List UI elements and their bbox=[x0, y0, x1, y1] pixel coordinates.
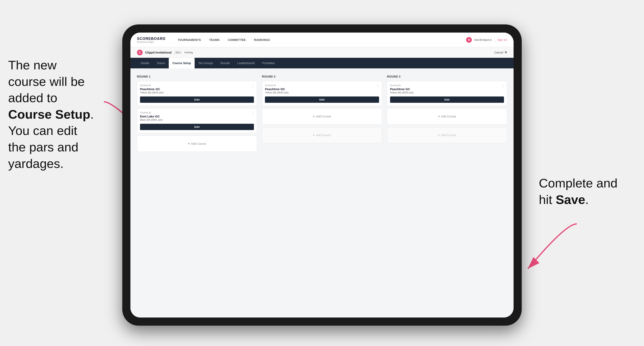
scoreboard-logo: SCOREBOARD Powered by clippd bbox=[137, 37, 166, 43]
tab-course-setup[interactable]: Course Setup bbox=[169, 58, 195, 68]
round-2-add-course-button[interactable]: + Add Course bbox=[262, 108, 382, 125]
logo-title: SCOREBOARD bbox=[137, 37, 166, 41]
nav-right: B blair@clippd.io | Sign out bbox=[466, 37, 507, 43]
round-2-course-a-tag: (Course A) bbox=[265, 84, 379, 86]
hit-save-text: hit Save. bbox=[539, 192, 589, 207]
round-1-course-b-card: ⋮ (Course B) East Lake GC Black (M) (689… bbox=[137, 108, 257, 133]
tab-details[interactable]: Details bbox=[137, 58, 153, 68]
tournament-gender: Men bbox=[174, 51, 182, 54]
round-1-course-b-tag: (Course B) bbox=[140, 111, 254, 114]
nav-tournaments[interactable]: TOURNAMENTS bbox=[174, 32, 205, 47]
round-3-add-plus-disabled-icon: + bbox=[438, 133, 440, 137]
round-2-course-a-tee: Yellow (M) (6629 yds) bbox=[265, 91, 379, 94]
sign-out-link[interactable]: Sign out bbox=[497, 38, 507, 41]
round-2-label: Round 2 bbox=[262, 75, 382, 78]
tab-teams[interactable]: Teams bbox=[153, 58, 169, 68]
round-3-course-a-name: Peachtree GC bbox=[390, 87, 504, 91]
round-1-course-b-tee: Black (M) (6891 yds) bbox=[140, 119, 254, 121]
tab-printables[interactable]: Printables bbox=[258, 58, 278, 68]
tab-results[interactable]: Results bbox=[217, 58, 234, 68]
round-2-course-a-edit-button[interactable]: Edit bbox=[265, 96, 379, 103]
user-email: blair@clippd.io bbox=[474, 38, 492, 41]
nav-committee[interactable]: COMMITTEE bbox=[224, 32, 250, 47]
annotation-left: The new course will be added to Course S… bbox=[8, 57, 94, 172]
round-3-course-a-tag: (Course A) bbox=[390, 84, 504, 86]
tournament-bar: C Clippd Invitational Men Hosting Cancel… bbox=[130, 47, 514, 58]
round-1-course-a-tee: Yellow (M) (6629 yds) bbox=[140, 91, 254, 94]
round-1-course-b-edit-button[interactable]: Edit bbox=[140, 124, 254, 130]
annotation-right: Complete and hit Save. bbox=[539, 175, 618, 208]
nav-links: TOURNAMENTS TEAMS COMMITTEE RANKINGS bbox=[174, 32, 466, 47]
tournament-name: Clippd Invitational bbox=[145, 51, 172, 54]
rounds-grid: Round 1 ⋮ (Course A) Peachtree GC Yellow… bbox=[137, 75, 507, 154]
round-2-course-a-menu-icon[interactable]: ⋮ bbox=[376, 84, 380, 88]
course-setup-bold: Course Setup bbox=[8, 107, 90, 121]
round-2-add-course-disabled: + Add Course bbox=[262, 127, 382, 143]
round-2-add-course-label: Add Course bbox=[316, 115, 331, 118]
round-3-course-a-menu-icon[interactable]: ⋮ bbox=[501, 84, 504, 88]
round-1-add-course-button[interactable]: + Add Course bbox=[137, 136, 257, 152]
round-2-course-a-card: ⋮ (Course A) Peachtree GC Yellow (M) (66… bbox=[262, 81, 382, 106]
hosting-badge: Hosting bbox=[184, 51, 193, 54]
round-3-add-course-label: Add Course bbox=[441, 115, 456, 118]
user-avatar: B bbox=[466, 37, 472, 43]
tab-leaderboards[interactable]: Leaderboards bbox=[234, 58, 258, 68]
round-1-add-course-label: Add Course bbox=[191, 142, 206, 145]
top-nav: SCOREBOARD Powered by clippd TOURNAMENTS… bbox=[130, 32, 514, 47]
round-3-add-course-button[interactable]: + Add Course bbox=[387, 108, 507, 125]
round-3-add-plus-icon: + bbox=[438, 115, 440, 118]
tournament-info: C Clippd Invitational Men Hosting bbox=[137, 50, 193, 55]
course-b-menu-icon[interactable]: ⋮ bbox=[251, 111, 254, 115]
round-3-column: Round 3 ⋮ (Course A) Peachtree GC Yellow… bbox=[387, 75, 507, 154]
cancel-x-icon: ✕ bbox=[504, 50, 507, 54]
add-plus-icon: + bbox=[188, 142, 190, 146]
nav-separator: | bbox=[494, 38, 495, 41]
round-3-add-course-disabled-label: Add Course bbox=[441, 134, 456, 137]
tablet-shell: SCOREBOARD Powered by clippd TOURNAMENTS… bbox=[122, 24, 522, 326]
round-1-column: Round 1 ⋮ (Course A) Peachtree GC Yellow… bbox=[137, 75, 257, 154]
tournament-logo: C bbox=[137, 50, 143, 55]
tabs-bar: Details Teams Course Setup Tee Groups Re… bbox=[130, 58, 514, 68]
nav-rankings[interactable]: RANKINGS bbox=[250, 32, 274, 47]
round-2-add-plus-disabled-icon: + bbox=[313, 133, 315, 137]
nav-teams[interactable]: TEAMS bbox=[205, 32, 224, 47]
round-1-course-a-card: ⋮ (Course A) Peachtree GC Yellow (M) (66… bbox=[137, 81, 257, 106]
round-3-course-a-tee: Yellow (M) (6629 yds) bbox=[390, 91, 504, 94]
main-content: Round 1 ⋮ (Course A) Peachtree GC Yellow… bbox=[130, 68, 514, 318]
round-2-column: Round 2 ⋮ (Course A) Peachtree GC Yellow… bbox=[262, 75, 382, 154]
arrow-right bbox=[524, 220, 581, 273]
round-1-course-a-tag: (Course A) bbox=[140, 84, 254, 86]
round-2-add-course-disabled-label: Add Course bbox=[316, 134, 331, 137]
round-3-label: Round 3 bbox=[387, 75, 507, 78]
round-3-course-a-edit-button[interactable]: Edit bbox=[390, 96, 504, 103]
round-1-course-b-name: East Lake GC bbox=[140, 115, 254, 118]
cancel-button[interactable]: Cancel ✕ bbox=[494, 50, 507, 54]
round-3-add-course-disabled: + Add Course bbox=[387, 127, 507, 143]
round-3-course-a-card: ⋮ (Course A) Peachtree GC Yellow (M) (66… bbox=[387, 81, 507, 106]
round-2-course-a-name: Peachtree GC bbox=[265, 87, 379, 91]
round-1-course-a-edit-button[interactable]: Edit bbox=[140, 96, 254, 103]
course-a-menu-icon[interactable]: ⋮ bbox=[251, 84, 254, 88]
round-1-label: Round 1 bbox=[137, 75, 257, 78]
logo-sub: Powered by clippd bbox=[137, 41, 166, 43]
tablet-screen: SCOREBOARD Powered by clippd TOURNAMENTS… bbox=[130, 32, 514, 318]
tab-tee-groups[interactable]: Tee Groups bbox=[195, 58, 217, 68]
round-1-course-a-name: Peachtree GC bbox=[140, 87, 254, 91]
round-2-add-plus-icon: + bbox=[313, 115, 315, 118]
